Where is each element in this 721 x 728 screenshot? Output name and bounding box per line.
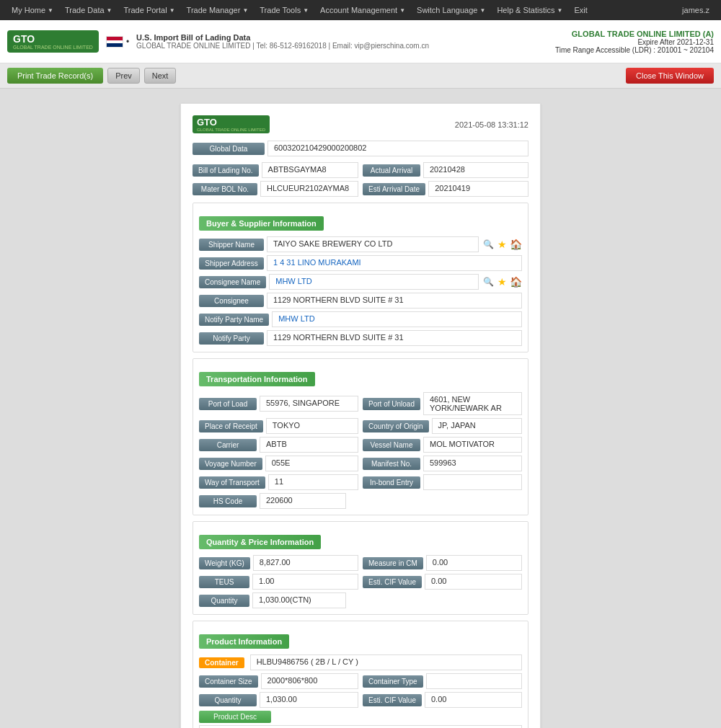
manifest-no-label: Manifest No. (363, 458, 420, 470)
receipt-origin-row: Place of Receipt TOKYO Country of Origin… (199, 418, 522, 434)
in-bond-entry-label: In-bond Entry (363, 476, 420, 489)
time-range: Time Range Accessible (LDR) : 201001 ~ 2… (555, 46, 714, 54)
logo-sub: GLOBAL TRADE ONLINE LIMITED (13, 45, 93, 50)
close-window-button[interactable]: Close This Window (626, 68, 714, 84)
nav-trade-manager[interactable]: Trade Manager ▼ (181, 0, 255, 20)
bol-arrival-section: Bill of Lading No. ABTBSGAYMA8 Actual Ar… (193, 162, 528, 178)
weight-value: 8,827.00 (253, 555, 358, 571)
consignee-row: Consignee 1129 NORTHERN BLVD SUITE # 31 (199, 293, 522, 308)
nav-my-home[interactable]: My Home ▼ (6, 0, 59, 20)
product-section: Product Information Container HLBU948675… (193, 621, 528, 728)
nav-switch-language[interactable]: Switch Language ▼ (411, 0, 491, 20)
port-of-unload-label: Port of Unload (363, 398, 420, 410)
esti-cif-value: 0.00 (425, 574, 522, 590)
measure-cm-label: Measure in CM (363, 557, 423, 569)
product-cif-label: Esti. CIF Value (363, 694, 422, 706)
teus-label: TEUS (199, 576, 249, 588)
vessel-name-value: MOL MOTIVATOR (423, 437, 522, 453)
next-button[interactable]: Next (144, 68, 177, 84)
header-bar: GTO GLOBAL TRADE ONLINE LIMITED • U.S. I… (0, 20, 721, 63)
bol-no-row: Bill of Lading No. ABTBSGAYMA8 (193, 162, 358, 178)
us-flag (106, 36, 123, 48)
product-cif-value: 0.00 (425, 692, 522, 708)
notify-party-name-row: Notify Party Name MHW LTD (199, 311, 522, 327)
quantity-label: Quantity (199, 595, 249, 607)
hs-code-row: HS Code 220600 (199, 493, 522, 509)
nav-trade-portal[interactable]: Trade Portal ▼ (118, 0, 181, 20)
consignee-name-row: Consignee Name MHW LTD 🔍 ★ 🏠 (199, 274, 522, 290)
in-bond-entry-value (423, 474, 522, 490)
consignee-home-icon[interactable]: 🏠 (510, 276, 522, 288)
manifest-no-value: 599963 (423, 456, 522, 471)
prev-button[interactable]: Prev (107, 68, 140, 84)
container-type-label: Container Type (363, 675, 423, 688)
voyage-number-label: Voyage Number (199, 458, 262, 470)
expire-date: Expire After 2021-12-31 (555, 38, 714, 46)
container-badge: Container (199, 657, 244, 668)
notify-party-value: 1129 NORTHERN BLVD SUITE # 31 (267, 330, 522, 346)
voyage-number-row: Voyage Number 055E (199, 456, 358, 471)
notify-party-name-label: Notify Party Name (199, 314, 269, 326)
global-data-value: 600320210429000200802 (267, 141, 528, 156)
user-label: james.z (676, 6, 715, 14)
carrier-vessel-row: Carrier ABTB Vessel Name MOL MOTIVATOR (199, 437, 522, 453)
mater-bol-section: Mater BOL No. HLCUEUR2102AYMA8 Esti Arri… (193, 181, 528, 197)
weight-label: Weight (KG) (199, 557, 250, 569)
shipper-address-row: Shipper Address 1 4 31 LINO MURAKAMI (199, 255, 522, 271)
container-type-value (426, 673, 522, 689)
buyer-supplier-section: Buyer & Supplier Information Shipper Nam… (193, 203, 528, 352)
hs-code-value: 220600 (260, 493, 346, 509)
mater-bol-value: HLCUEUR2102AYMA8 (260, 181, 358, 197)
shipper-address-label: Shipper Address (199, 257, 264, 270)
actual-arrival-value: 20210428 (423, 162, 528, 178)
global-data-label: Global Data (193, 143, 265, 155)
country-of-origin-row: Country of Origin JP, JAPAN (363, 418, 522, 434)
nav-trade-tools[interactable]: Trade Tools ▼ (254, 0, 314, 20)
nav-help-statistics[interactable]: Help & Statistics ▼ (491, 0, 568, 20)
gto-title: GLOBAL TRADE ONLINE LIMITED (A) (555, 30, 714, 38)
record-header: GTO GLOBAL TRADE ONLINE LIMITED 2021-05-… (193, 115, 528, 133)
product-desc-section: Product Desc JAPANESE SAKE (199, 711, 522, 728)
consignee-search-icon[interactable]: 🔍 (483, 277, 493, 287)
port-of-unload-row: Port of Unload 4601, NEW YORK/NEWARK AR (363, 392, 522, 415)
nav-trade-data[interactable]: Trade Data ▼ (59, 0, 118, 20)
teus-value: 1.00 (252, 574, 358, 590)
shipper-search-icon[interactable]: 🔍 (483, 239, 493, 249)
shipper-name-row: Shipper Name TAIYO SAKE BREWERY CO LTD 🔍… (199, 236, 522, 252)
place-of-receipt-value: TOKYO (266, 418, 358, 434)
port-of-load-label: Port of Load (199, 398, 257, 410)
product-quantity-row: Quantity 1,030.00 (199, 692, 358, 708)
bol-no-label: Bill of Lading No. (193, 164, 259, 177)
esti-cif-label: Esti. CIF Value (363, 576, 422, 588)
vessel-name-label: Vessel Name (363, 439, 420, 451)
nav-exit[interactable]: Exit (568, 0, 593, 20)
quantity-row: Quantity 1,030.00(CTN) (199, 592, 522, 608)
shipper-name-label: Shipper Name (199, 239, 264, 251)
container-size-value: 2000*806*800 (261, 673, 358, 689)
product-quantity-value: 1,030.00 (260, 692, 358, 708)
nav-account-management[interactable]: Account Management ▼ (314, 0, 411, 20)
flag-area: • (106, 36, 129, 48)
notify-party-label: Notify Party (199, 332, 264, 345)
measure-cm-value: 0.00 (426, 555, 522, 571)
mater-bol-row: Mater BOL No. HLCUEUR2102AYMA8 (193, 181, 358, 197)
main-content: GTO GLOBAL TRADE ONLINE LIMITED 2021-05-… (180, 103, 541, 728)
country-of-origin-value: JP, JAPAN (432, 418, 522, 434)
consignee-name-label: Consignee Name (199, 276, 266, 288)
quantity-price-header: Quantity & Price Information (199, 535, 321, 549)
carrier-value: ABTB (260, 437, 358, 453)
actual-arrival-label: Actual Arrival (363, 164, 420, 177)
container-type-row: Container Type (363, 673, 522, 689)
record-timestamp: 2021-05-08 13:31:12 (455, 120, 528, 129)
shipper-home-icon[interactable]: 🏠 (510, 239, 522, 250)
container-row: Container HLBU9486756 ( 2B / L / CY ) (199, 654, 522, 670)
print-record-button[interactable]: Print Trade Record(s) (7, 68, 103, 84)
actual-arrival-row: Actual Arrival 20210428 (363, 162, 528, 178)
logo-area: GTO GLOBAL TRADE ONLINE LIMITED • U.S. I… (7, 30, 555, 53)
product-qty-cif-row: Quantity 1,030.00 Esti. CIF Value 0.00 (199, 692, 522, 708)
page-title: U.S. Import Bill of Lading Data (136, 33, 429, 42)
consignee-star-icon[interactable]: ★ (497, 276, 507, 288)
quantity-price-section: Quantity & Price Information Weight (KG)… (193, 521, 528, 615)
shipper-star-icon[interactable]: ★ (497, 239, 507, 250)
weight-measure-row: Weight (KG) 8,827.00 Measure in CM 0.00 (199, 555, 522, 571)
